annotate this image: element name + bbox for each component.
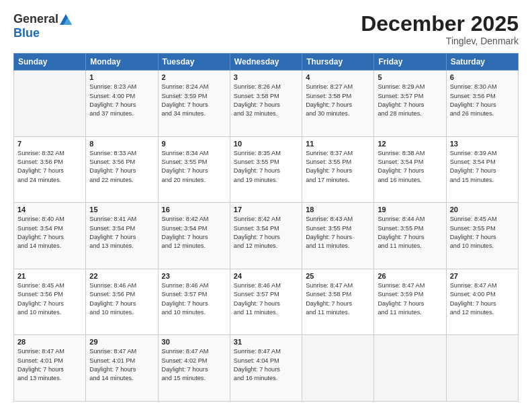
day-number: 17 bbox=[234, 205, 298, 214]
day-cell bbox=[302, 335, 374, 402]
day-info: Sunrise: 8:34 AMSunset: 3:55 PMDaylight:… bbox=[162, 149, 226, 185]
week-row-4: 21Sunrise: 8:45 AMSunset: 3:56 PMDayligh… bbox=[14, 269, 519, 335]
weekday-row: SundayMondayTuesdayWednesdayThursdayFrid… bbox=[14, 54, 519, 71]
day-info: Sunrise: 8:45 AMSunset: 3:55 PMDaylight:… bbox=[450, 215, 515, 250]
day-number: 26 bbox=[378, 272, 442, 280]
calendar-body: 1Sunrise: 8:23 AMSunset: 4:00 PMDaylight… bbox=[14, 71, 519, 402]
day-number: 14 bbox=[17, 205, 82, 214]
day-cell: 2Sunrise: 8:24 AMSunset: 3:59 PMDaylight… bbox=[158, 71, 230, 137]
day-number: 7 bbox=[17, 140, 82, 148]
day-cell bbox=[374, 335, 446, 402]
day-cell: 9Sunrise: 8:34 AMSunset: 3:55 PMDaylight… bbox=[158, 136, 230, 203]
day-cell: 29Sunrise: 8:47 AMSunset: 4:01 PMDayligh… bbox=[86, 335, 158, 402]
day-info: Sunrise: 8:23 AMSunset: 4:00 PMDaylight:… bbox=[89, 83, 154, 118]
day-cell: 19Sunrise: 8:44 AMSunset: 3:55 PMDayligh… bbox=[374, 203, 446, 269]
day-number: 1 bbox=[89, 73, 154, 81]
day-number: 20 bbox=[450, 205, 515, 214]
day-cell: 16Sunrise: 8:42 AMSunset: 3:54 PMDayligh… bbox=[158, 203, 230, 269]
day-cell: 10Sunrise: 8:35 AMSunset: 3:55 PMDayligh… bbox=[230, 136, 302, 203]
weekday-header-tuesday: Tuesday bbox=[158, 54, 230, 71]
day-info: Sunrise: 8:46 AMSunset: 3:56 PMDaylight:… bbox=[89, 281, 154, 317]
day-cell: 30Sunrise: 8:47 AMSunset: 4:02 PMDayligh… bbox=[158, 335, 230, 402]
day-info: Sunrise: 8:46 AMSunset: 3:57 PMDaylight:… bbox=[234, 281, 298, 317]
weekday-header-wednesday: Wednesday bbox=[230, 54, 302, 71]
day-info: Sunrise: 8:39 AMSunset: 3:54 PMDaylight:… bbox=[450, 149, 515, 185]
day-cell: 3Sunrise: 8:26 AMSunset: 3:58 PMDaylight… bbox=[230, 71, 302, 137]
header: General Blue December 2025 Tinglev, Denm… bbox=[13, 12, 519, 46]
day-info: Sunrise: 8:24 AMSunset: 3:59 PMDaylight:… bbox=[162, 83, 226, 118]
weekday-header-thursday: Thursday bbox=[302, 54, 374, 71]
day-number: 2 bbox=[162, 73, 226, 81]
logo-icon bbox=[60, 13, 72, 26]
logo: General Blue bbox=[13, 12, 72, 40]
day-cell: 1Sunrise: 8:23 AMSunset: 4:00 PMDaylight… bbox=[86, 71, 158, 137]
day-cell: 7Sunrise: 8:32 AMSunset: 3:56 PMDaylight… bbox=[14, 136, 86, 203]
day-cell: 6Sunrise: 8:30 AMSunset: 3:56 PMDaylight… bbox=[446, 71, 518, 137]
day-info: Sunrise: 8:47 AMSunset: 4:01 PMDaylight:… bbox=[89, 347, 154, 383]
day-cell: 11Sunrise: 8:37 AMSunset: 3:55 PMDayligh… bbox=[302, 136, 374, 203]
day-info: Sunrise: 8:35 AMSunset: 3:55 PMDaylight:… bbox=[234, 149, 298, 185]
month-title: December 2025 bbox=[361, 12, 519, 36]
day-number: 24 bbox=[234, 272, 298, 280]
day-info: Sunrise: 8:41 AMSunset: 3:54 PMDaylight:… bbox=[89, 215, 154, 250]
day-info: Sunrise: 8:43 AMSunset: 3:55 PMDaylight:… bbox=[306, 215, 370, 250]
day-info: Sunrise: 8:40 AMSunset: 3:54 PMDaylight:… bbox=[17, 215, 82, 250]
day-cell: 8Sunrise: 8:33 AMSunset: 3:56 PMDaylight… bbox=[86, 136, 158, 203]
day-info: Sunrise: 8:45 AMSunset: 3:56 PMDaylight:… bbox=[17, 281, 82, 317]
day-number: 13 bbox=[450, 140, 515, 148]
day-number: 6 bbox=[450, 73, 515, 81]
logo-blue-text: Blue bbox=[13, 26, 40, 40]
day-cell: 21Sunrise: 8:45 AMSunset: 3:56 PMDayligh… bbox=[14, 269, 86, 335]
day-number: 15 bbox=[89, 205, 154, 214]
day-number: 22 bbox=[89, 272, 154, 280]
day-number: 31 bbox=[234, 338, 298, 346]
day-cell: 27Sunrise: 8:47 AMSunset: 4:00 PMDayligh… bbox=[446, 269, 518, 335]
day-cell: 31Sunrise: 8:47 AMSunset: 4:04 PMDayligh… bbox=[230, 335, 302, 402]
day-info: Sunrise: 8:47 AMSunset: 4:02 PMDaylight:… bbox=[162, 347, 226, 383]
day-number: 21 bbox=[17, 272, 82, 280]
day-number: 23 bbox=[162, 272, 226, 280]
day-number: 12 bbox=[378, 140, 442, 148]
week-row-5: 28Sunrise: 8:47 AMSunset: 4:01 PMDayligh… bbox=[14, 335, 519, 402]
calendar-table: SundayMondayTuesdayWednesdayThursdayFrid… bbox=[13, 53, 519, 402]
day-cell: 5Sunrise: 8:29 AMSunset: 3:57 PMDaylight… bbox=[374, 71, 446, 137]
day-cell: 26Sunrise: 8:47 AMSunset: 3:59 PMDayligh… bbox=[374, 269, 446, 335]
day-info: Sunrise: 8:42 AMSunset: 3:54 PMDaylight:… bbox=[162, 215, 226, 250]
day-info: Sunrise: 8:42 AMSunset: 3:54 PMDaylight:… bbox=[234, 215, 298, 250]
day-number: 28 bbox=[17, 338, 82, 346]
calendar-page: General Blue December 2025 Tinglev, Denm… bbox=[0, 0, 532, 411]
weekday-header-saturday: Saturday bbox=[446, 54, 518, 71]
day-cell bbox=[446, 335, 518, 402]
day-cell: 20Sunrise: 8:45 AMSunset: 3:55 PMDayligh… bbox=[446, 203, 518, 269]
day-cell: 24Sunrise: 8:46 AMSunset: 3:57 PMDayligh… bbox=[230, 269, 302, 335]
day-cell: 4Sunrise: 8:27 AMSunset: 3:58 PMDaylight… bbox=[302, 71, 374, 137]
weekday-header-monday: Monday bbox=[86, 54, 158, 71]
day-number: 16 bbox=[162, 205, 226, 214]
day-info: Sunrise: 8:38 AMSunset: 3:54 PMDaylight:… bbox=[378, 149, 442, 185]
day-info: Sunrise: 8:29 AMSunset: 3:57 PMDaylight:… bbox=[378, 83, 442, 118]
day-number: 10 bbox=[234, 140, 298, 148]
day-number: 11 bbox=[306, 140, 370, 148]
weekday-header-sunday: Sunday bbox=[14, 54, 86, 71]
week-row-2: 7Sunrise: 8:32 AMSunset: 3:56 PMDaylight… bbox=[14, 136, 519, 203]
day-info: Sunrise: 8:44 AMSunset: 3:55 PMDaylight:… bbox=[378, 215, 442, 250]
day-info: Sunrise: 8:32 AMSunset: 3:56 PMDaylight:… bbox=[17, 149, 82, 185]
day-cell bbox=[14, 71, 86, 137]
day-number: 27 bbox=[450, 272, 515, 280]
day-number: 25 bbox=[306, 272, 370, 280]
day-cell: 25Sunrise: 8:47 AMSunset: 3:58 PMDayligh… bbox=[302, 269, 374, 335]
day-number: 8 bbox=[89, 140, 154, 148]
day-info: Sunrise: 8:47 AMSunset: 4:00 PMDaylight:… bbox=[450, 281, 515, 317]
day-info: Sunrise: 8:30 AMSunset: 3:56 PMDaylight:… bbox=[450, 83, 515, 118]
day-number: 3 bbox=[234, 73, 298, 81]
day-cell: 18Sunrise: 8:43 AMSunset: 3:55 PMDayligh… bbox=[302, 203, 374, 269]
day-cell: 13Sunrise: 8:39 AMSunset: 3:54 PMDayligh… bbox=[446, 136, 518, 203]
day-info: Sunrise: 8:26 AMSunset: 3:58 PMDaylight:… bbox=[234, 83, 298, 118]
week-row-1: 1Sunrise: 8:23 AMSunset: 4:00 PMDaylight… bbox=[14, 71, 519, 137]
weekday-header-friday: Friday bbox=[374, 54, 446, 71]
logo-general-text: General bbox=[13, 12, 58, 26]
day-number: 5 bbox=[378, 73, 442, 81]
day-info: Sunrise: 8:47 AMSunset: 4:04 PMDaylight:… bbox=[234, 347, 298, 383]
day-cell: 23Sunrise: 8:46 AMSunset: 3:57 PMDayligh… bbox=[158, 269, 230, 335]
day-cell: 17Sunrise: 8:42 AMSunset: 3:54 PMDayligh… bbox=[230, 203, 302, 269]
